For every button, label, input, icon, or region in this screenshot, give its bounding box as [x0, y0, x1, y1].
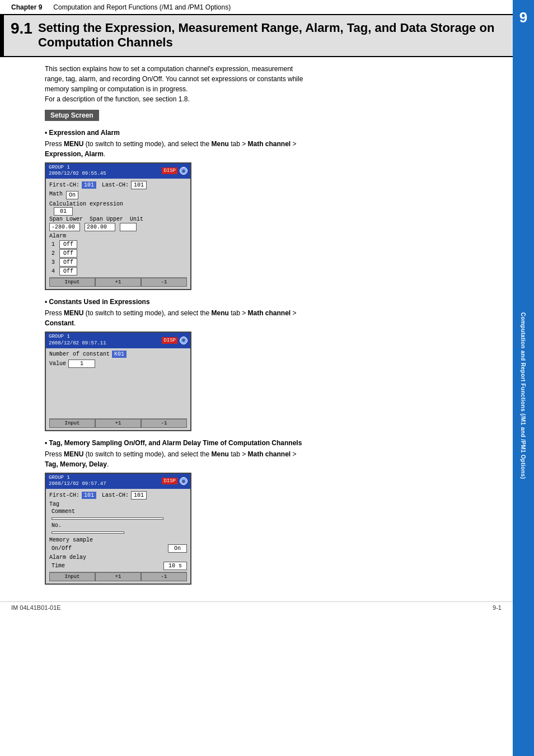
bullet3-section: • Tag, Memory Sampling On/Off, and Alarm…: [45, 439, 502, 585]
screen3-titlebar: GROUP 1 2008/12/02 09:57.47 DISP ⊙: [46, 474, 190, 489]
description-line4: For a description of the function, see s…: [45, 94, 502, 104]
section-number: 9.1: [11, 21, 32, 36]
screen2-titlebar: GROUP 1 2008/12/02 09:57.11 DISP ⊙: [46, 333, 190, 348]
bold1: MENU: [64, 140, 83, 148]
bullet2-section: • Constants Used in Expressions Press ME…: [45, 298, 502, 431]
bullet1-heading: • Expression and Alarm: [45, 129, 502, 137]
screen3-footer: Input +1 -1: [49, 572, 187, 581]
screen1-footer: Input +1 -1: [49, 277, 187, 287]
sidebar-text-area: Computation and Report Functions (/M1 an…: [513, 35, 534, 756]
chapter-header: Chapter 9 Computation and Report Functio…: [0, 0, 513, 15]
footer-left: IM 04L41B01-01E: [11, 604, 61, 611]
bullet2-instruction: Press MENU (to switch to setting mode), …: [45, 308, 502, 328]
footer-right: 9-1: [493, 604, 502, 611]
description-line2: range, tag, alarm, and recording On/Off.…: [45, 74, 502, 84]
screen1-titlebar: GROUP 1 2008/12/02 09:55.45 DISP ⊙: [46, 164, 190, 179]
screen3-body: First-CH: 101 Last-CH: 101 Tag Comment N…: [46, 489, 190, 584]
screen2-footer: Input +1 -1: [49, 418, 187, 428]
section-number-bar: [0, 15, 4, 57]
section-container: 9.1 Setting the Expression, Measurement …: [0, 15, 513, 57]
page-container: 9 Computation and Report Functions (/M1 …: [0, 0, 534, 756]
bold3: Math channel: [248, 140, 291, 148]
section-title: Setting the Expression, Measurement Rang…: [38, 21, 504, 50]
screen2: GROUP 1 2008/12/02 09:57.11 DISP ⊙ Numbe…: [45, 332, 191, 431]
chapter-number: Chapter 9: [11, 3, 42, 11]
section-heading-block: 9.1 Setting the Expression, Measurement …: [4, 15, 513, 57]
sidebar-number: 9: [513, 0, 534, 35]
sidebar-rotated-text: Computation and Report Functions (/M1 an…: [521, 312, 527, 479]
description-line1: This section explains how to set a compu…: [45, 64, 502, 74]
screen1: GROUP 1 2008/12/02 09:55.45 DISP ⊙ First…: [45, 162, 191, 290]
description-line3: memory sampling or computation is in pro…: [45, 84, 502, 94]
bullet1-section: • Expression and Alarm Press MENU (to sw…: [45, 129, 502, 290]
bullet1-instruction: Press MENU (to switch to setting mode), …: [45, 139, 502, 159]
screen3: GROUP 1 2008/12/02 09:57.47 DISP ⊙ First…: [45, 473, 191, 585]
bold2: Menu: [211, 140, 228, 148]
chapter-title: Computation and Report Functions (/M1 an…: [53, 3, 231, 11]
main-content: Chapter 9 Computation and Report Functio…: [0, 0, 513, 613]
setup-screen-label: Setup Screen: [45, 110, 99, 121]
screen2-body: Number of constant K01 Value 1 Input +1 …: [46, 348, 190, 430]
bullet3-heading: • Tag, Memory Sampling On/Off, and Alarm…: [45, 439, 502, 447]
page-footer: IM 04L41B01-01E 9-1: [0, 601, 513, 613]
bullet2-heading: • Constants Used in Expressions: [45, 298, 502, 306]
bold4: Expression, Alarm: [45, 150, 104, 158]
body-content: This section explains how to set a compu…: [0, 57, 513, 585]
screen1-body: First-CH: 101 Last-CH: 101 Math On Calcu…: [46, 179, 190, 289]
bullet3-instruction: Press MENU (to switch to setting mode), …: [45, 449, 502, 469]
